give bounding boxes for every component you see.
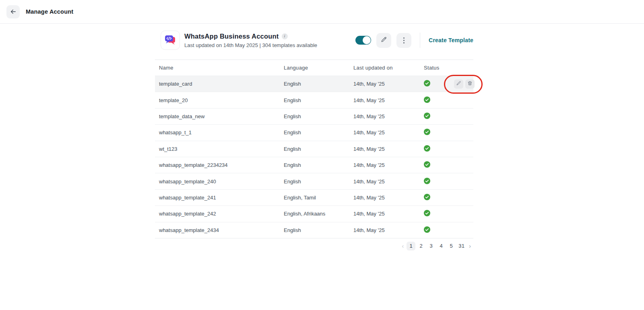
page-numbers: 1234531 bbox=[407, 242, 466, 250]
template-language: English bbox=[280, 146, 349, 152]
account-title: WhatsApp Business Account bbox=[184, 33, 279, 40]
template-language: English bbox=[280, 129, 349, 135]
page-title: Manage Account bbox=[26, 8, 73, 15]
template-name: template_data_new bbox=[155, 113, 280, 119]
table-row[interactable]: whatsapp_template_241 English, Tamil 14t… bbox=[155, 190, 473, 206]
template-language: English, Tamil bbox=[280, 195, 349, 201]
edit-account-button[interactable] bbox=[376, 33, 391, 48]
back-button[interactable] bbox=[6, 5, 20, 18]
template-updated: 14th, May '25 bbox=[349, 81, 420, 87]
page-number-2[interactable]: 2 bbox=[417, 242, 425, 250]
kebab-menu-icon bbox=[403, 37, 405, 43]
status-approved-icon bbox=[424, 80, 430, 88]
table-row[interactable]: template_card English 14th, May '25 bbox=[155, 76, 473, 92]
column-header-status: Status bbox=[420, 65, 444, 71]
status-approved-icon bbox=[424, 178, 430, 185]
template-updated: 14th, May '25 bbox=[349, 113, 420, 119]
account-actions: Create Template bbox=[355, 33, 473, 48]
account-enabled-toggle[interactable] bbox=[355, 36, 371, 45]
status-cell bbox=[420, 178, 444, 185]
template-updated: 14th, May '25 bbox=[349, 179, 420, 185]
template-language: English bbox=[280, 97, 349, 103]
status-approved-icon bbox=[424, 161, 430, 169]
template-name: whatsapp_template_241 bbox=[155, 195, 280, 201]
table-header-row: Name Language Last updated on Status bbox=[155, 60, 473, 76]
template-language: English bbox=[280, 227, 349, 233]
status-approved-icon bbox=[424, 194, 430, 201]
pagination-next-button[interactable]: › bbox=[467, 243, 473, 249]
toggle-knob bbox=[363, 36, 371, 44]
row-actions bbox=[454, 79, 475, 88]
template-language: English bbox=[280, 113, 349, 119]
account-subtitle: Last updated on 14th May 2025 | 304 temp… bbox=[184, 42, 317, 48]
table-row[interactable]: whatsapp_template_2234234 English 14th, … bbox=[155, 157, 473, 173]
account-info: WhatsApp Business Account i Last updated… bbox=[184, 33, 317, 48]
template-name: whatsapp_template_2434 bbox=[155, 227, 280, 233]
table-row[interactable]: whatsapp_t_1 English 14th, May '25 bbox=[155, 125, 473, 141]
table-row[interactable]: whatsapp_template_2434 English 14th, May… bbox=[155, 222, 473, 238]
page-number-1[interactable]: 1 bbox=[407, 242, 415, 250]
trash-icon bbox=[467, 81, 473, 87]
template-name: template_20 bbox=[155, 97, 280, 103]
column-header-name: Name bbox=[155, 65, 280, 71]
status-cell bbox=[420, 210, 444, 218]
template-updated: 14th, May '25 bbox=[349, 97, 420, 103]
template-language: English bbox=[280, 179, 349, 185]
table-body: template_card English 14th, May '25 bbox=[155, 76, 473, 238]
template-language: English, Afrikaans bbox=[280, 211, 349, 217]
template-name: wt_t123 bbox=[155, 146, 280, 152]
info-icon[interactable]: i bbox=[282, 33, 288, 39]
template-name: whatsapp_template_242 bbox=[155, 211, 280, 217]
status-cell bbox=[420, 145, 444, 153]
template-language: English bbox=[280, 162, 349, 168]
table-row[interactable]: whatsapp_template_240 English 14th, May … bbox=[155, 173, 473, 189]
page-number-31[interactable]: 31 bbox=[457, 242, 466, 250]
table-row[interactable]: whatsapp_template_242 English, Afrikaans… bbox=[155, 206, 473, 222]
status-cell bbox=[420, 226, 444, 234]
edit-template-button[interactable] bbox=[454, 79, 463, 88]
template-name: whatsapp_template_240 bbox=[155, 179, 280, 185]
whatsapp-app-icon bbox=[161, 31, 180, 50]
delete-template-button[interactable] bbox=[465, 79, 475, 88]
table-row[interactable]: wt_t123 English 14th, May '25 bbox=[155, 141, 473, 157]
account-header: WhatsApp Business Account i Last updated… bbox=[155, 31, 473, 50]
pagination: ‹ 1234531 › bbox=[155, 242, 473, 250]
status-approved-icon bbox=[424, 210, 430, 218]
topbar: Manage Account bbox=[0, 0, 644, 24]
status-cell bbox=[420, 194, 444, 201]
column-header-updated: Last updated on bbox=[349, 65, 420, 71]
status-cell bbox=[420, 113, 444, 120]
table-row[interactable]: template_data_new English 14th, May '25 bbox=[155, 109, 473, 125]
create-template-button[interactable]: Create Template bbox=[429, 37, 473, 43]
status-approved-icon bbox=[424, 226, 430, 234]
template-name: whatsapp_t_1 bbox=[155, 129, 280, 135]
template-updated: 14th, May '25 bbox=[349, 162, 420, 168]
template-updated: 14th, May '25 bbox=[349, 211, 420, 217]
page-number-5[interactable]: 5 bbox=[447, 242, 456, 250]
template-name: whatsapp_template_2234234 bbox=[155, 162, 280, 168]
vertical-divider bbox=[420, 33, 420, 48]
template-updated: 14th, May '25 bbox=[349, 195, 420, 201]
template-language: English bbox=[280, 81, 349, 87]
templates-table: Name Language Last updated on Status tem… bbox=[155, 60, 473, 238]
template-updated: 14th, May '25 bbox=[349, 146, 420, 152]
table-row[interactable]: template_20 English 14th, May '25 bbox=[155, 92, 473, 108]
main-content: WhatsApp Business Account i Last updated… bbox=[155, 31, 473, 250]
template-name: template_card bbox=[155, 81, 280, 87]
template-updated: 14th, May '25 bbox=[349, 227, 420, 233]
pagination-prev-button[interactable]: ‹ bbox=[400, 243, 406, 249]
more-options-button[interactable] bbox=[396, 33, 411, 48]
status-approved-icon bbox=[424, 145, 430, 153]
back-arrow-icon bbox=[10, 8, 17, 15]
status-cell bbox=[420, 161, 444, 169]
status-cell bbox=[420, 129, 444, 136]
status-approved-icon bbox=[424, 113, 430, 120]
page-number-4[interactable]: 4 bbox=[437, 242, 446, 250]
pencil-icon bbox=[456, 81, 461, 87]
status-approved-icon bbox=[424, 129, 430, 136]
template-updated: 14th, May '25 bbox=[349, 129, 420, 135]
status-approved-icon bbox=[424, 96, 430, 104]
status-cell bbox=[420, 96, 444, 104]
pencil-icon bbox=[380, 36, 387, 44]
page-number-3[interactable]: 3 bbox=[427, 242, 436, 250]
